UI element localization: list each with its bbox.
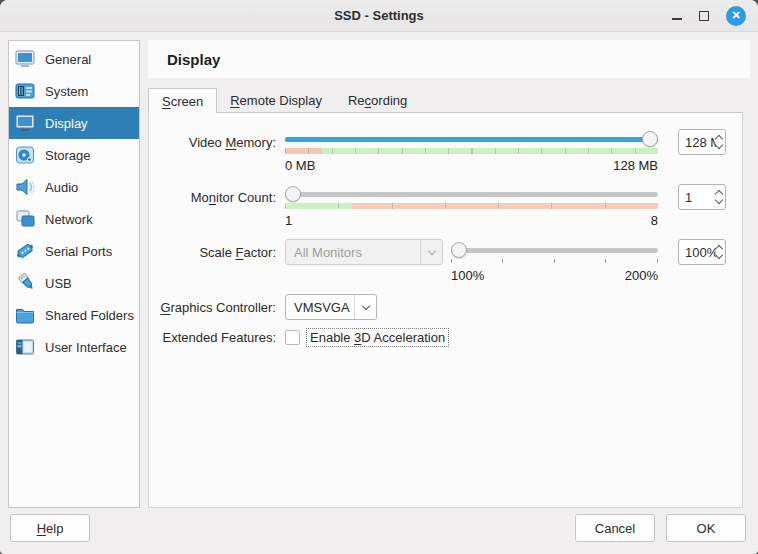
scale-factor-ticks [451,259,658,263]
sidebar-item-label: User Interface [45,340,127,355]
network-icon [14,208,36,230]
sidebar-item-general[interactable]: General [9,43,139,75]
slider-handle[interactable] [642,131,658,147]
video-memory-slider[interactable] [285,130,658,148]
sidebar-item-label: Display [45,116,88,131]
display-icon [14,112,36,134]
sidebar-item-label: Storage [45,148,91,163]
minimize-icon[interactable] [672,18,682,20]
spin-down-icon[interactable] [715,251,723,259]
video-memory-spinbox[interactable]: 128 MB [678,129,726,155]
video-memory-min-label: 0 MB [285,158,315,173]
tab-recording[interactable]: Recording [335,88,420,113]
spin-arrows [716,246,722,258]
storage-icon [14,144,36,166]
video-memory-value[interactable]: 128 MB [685,135,716,150]
sidebar-item-label: USB [45,276,72,291]
sidebar-item-label: Network [45,212,93,227]
scale-factor-spin-cell: 100% [658,239,734,265]
monitor-count-row: Monitor Count: 1 [149,184,734,210]
spin-arrows [716,191,722,203]
slider-handle[interactable] [451,242,467,258]
monitor-count-spin-cell: 1 [658,184,734,210]
sidebar-item-display[interactable]: Display [9,107,139,139]
graphics-controller-combo-value: VMSVGA [294,300,354,315]
scale-factor-range: 100% 200% [451,265,658,294]
enable-3d-acceleration-checkbox[interactable] [285,330,300,345]
user-interface-icon [14,336,36,358]
display-tabbar: Screen Remote Display Recording [148,88,750,113]
graphics-controller-label: Graphics Controller: [149,300,285,315]
enable-3d-acceleration-checkbox-label[interactable]: Enable 3D Acceleration [306,328,449,347]
monitor-count-max-label: 8 [651,213,658,228]
window-title: SSD - Settings [0,8,758,23]
tab-screen[interactable]: Screen [148,88,217,113]
dialog-footer: Help Cancel OK [0,508,758,554]
video-memory-slider-cell [285,130,658,154]
close-icon[interactable]: ✕ [726,6,746,26]
video-memory-spin-cell: 128 MB [658,129,734,155]
tab-remote-display[interactable]: Remote Display [217,88,335,113]
video-memory-row: Video Memory: 128 MB [149,129,734,155]
sidebar-item-storage[interactable]: Storage [9,139,139,171]
monitor-count-slider-cell [285,185,658,209]
cancel-button[interactable]: Cancel [575,514,655,542]
video-memory-label: Video Memory: [149,135,285,150]
sidebar-item-label: System [45,84,88,99]
monitor-count-min-label: 1 [285,213,292,228]
sidebar-item-label: Shared Folders [45,308,134,323]
help-button[interactable]: Help [10,514,90,542]
sidebar-item-system[interactable]: System [9,75,139,107]
scale-factor-label: Scale Factor: [149,245,285,260]
sidebar-item-network[interactable]: Network [9,203,139,235]
monitor-count-slider[interactable] [285,185,658,203]
usb-icon [14,272,36,294]
sidebar-item-serial-ports[interactable]: Serial Ports [9,235,139,267]
scale-factor-value[interactable]: 100% [685,245,716,260]
scale-factor-range-row: 100% 200% [149,265,734,294]
video-memory-max-label: 128 MB [613,158,658,173]
slider-track [451,248,658,253]
chevron-down-icon[interactable] [354,295,376,319]
monitor-count-scale [285,203,658,209]
sidebar-item-label: Serial Ports [45,244,112,259]
sidebar-item-shared-folders[interactable]: Shared Folders [9,299,139,331]
spin-down-icon[interactable] [715,196,723,204]
slider-handle[interactable] [285,186,301,202]
sidebar-item-usb[interactable]: USB [9,267,139,299]
maximize-icon[interactable] [699,11,709,21]
sidebar-item-label: Audio [45,180,78,195]
video-memory-range-row: 0 MB 128 MB [149,155,734,184]
monitor-count-value[interactable]: 1 [685,190,716,205]
scale-factor-max-label: 200% [625,268,658,283]
scale-factor-slider[interactable] [451,241,658,259]
graphics-controller-row: Graphics Controller: VMSVGA [149,294,734,320]
graphics-controller-combo[interactable]: VMSVGA [285,294,377,320]
settings-dialog: SSD - Settings ✕ General System [0,0,758,554]
video-memory-scale [285,148,658,154]
shared-folders-icon [14,304,36,326]
monitor-count-label: Monitor Count: [149,190,285,205]
system-icon [14,80,36,102]
spin-arrows [716,136,722,148]
video-memory-range: 0 MB 128 MB [285,155,658,184]
screen-tab-panel: Video Memory: 128 MB [148,113,743,508]
ok-button[interactable]: OK [666,514,746,542]
chevron-down-icon [420,240,442,264]
monitor-count-spinbox[interactable]: 1 [678,184,726,210]
serial-ports-icon [14,240,36,262]
window-controls: ✕ [672,6,758,26]
sidebar-item-audio[interactable]: Audio [9,171,139,203]
tabbar-filler [420,88,743,113]
scale-factor-spinbox[interactable]: 100% [678,239,726,265]
settings-category-list: General System Display Storage [8,40,140,508]
extended-features-label: Extended Features: [149,330,285,345]
spin-down-icon[interactable] [715,141,723,149]
scale-factor-monitor-combo: All Monitors [285,239,443,265]
settings-page: Display Screen Remote Display Recording … [148,40,750,508]
slider-track [285,192,658,197]
slider-fill [285,137,658,142]
sidebar-item-user-interface[interactable]: User Interface [9,331,139,363]
dialog-body: General System Display Storage [0,32,758,508]
scale-factor-row: Scale Factor: All Monitors [149,239,734,265]
